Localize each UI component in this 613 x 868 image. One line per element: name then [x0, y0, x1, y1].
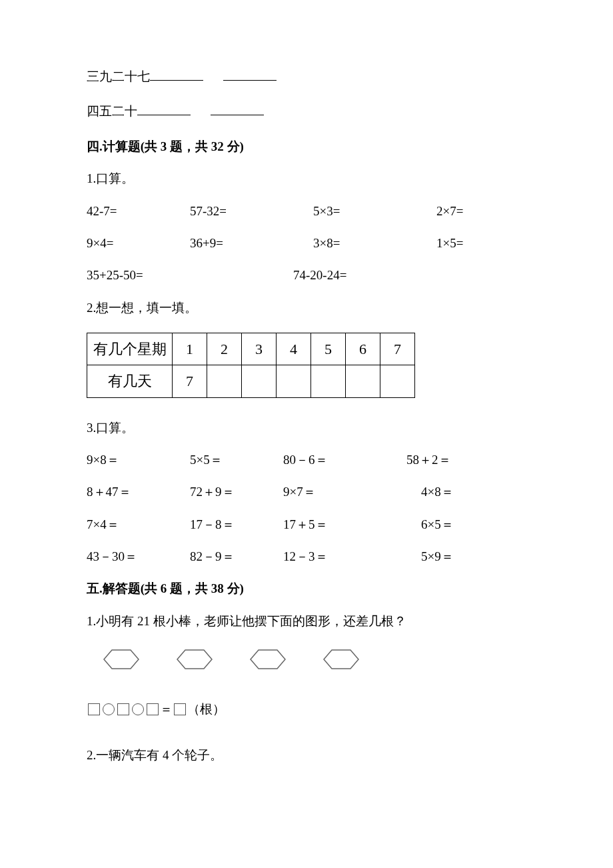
blank[interactable]: [211, 102, 264, 116]
calc-item: 1×5=: [436, 233, 463, 253]
fill-text-1: 三九二十七: [87, 69, 150, 83]
calc-item: 42-7=: [87, 201, 190, 221]
hexagon-icon: [314, 646, 368, 673]
table-row: 有几天 7: [87, 365, 415, 397]
table-cell[interactable]: [207, 365, 242, 397]
weeks-table: 有几个星期 1 2 3 4 5 6 7 有几天 7: [87, 333, 415, 397]
q4-2-title: 2.想一想，填一填。: [87, 298, 526, 318]
square-placeholder-icon[interactable]: [147, 703, 159, 715]
table-cell[interactable]: 7: [173, 365, 207, 397]
calc-item: 74-20-24=: [293, 265, 346, 285]
calc-row: 8＋47＝ 72＋9＝ 9×7＝ 4×8＝: [87, 482, 526, 502]
table-header-weeks: 有几个星期: [87, 333, 173, 365]
calc-item: 3×8=: [313, 233, 436, 253]
table-header-days: 有几天: [87, 365, 173, 397]
q5-2-title: 2.一辆汽车有 4 个轮子。: [87, 745, 526, 765]
formula-unit: （根）: [187, 702, 225, 716]
table-row: 有几个星期 1 2 3 4 5 6 7: [87, 333, 415, 365]
calc-item: 36+9=: [190, 233, 313, 253]
calc-row: 43－30＝ 82－9＝ 12－3＝ 5×9＝: [87, 547, 526, 567]
table-cell: 5: [311, 333, 346, 365]
calc-row: 35+25-50= 74-20-24=: [87, 265, 526, 285]
calc-item: 7×4＝: [87, 515, 190, 535]
calc-item: 72＋9＝: [190, 482, 283, 502]
calc-item: 58＋2＝: [406, 450, 451, 470]
table-cell[interactable]: [380, 365, 415, 397]
calc-item: 82－9＝: [190, 547, 283, 567]
table-cell: 4: [277, 333, 311, 365]
table-cell[interactable]: [277, 365, 311, 397]
calc-row: 9×4= 36+9= 3×8= 1×5=: [87, 233, 526, 253]
svg-marker-1: [177, 650, 212, 669]
square-placeholder-icon[interactable]: [88, 703, 100, 715]
circle-placeholder-icon[interactable]: [132, 703, 144, 715]
svg-marker-3: [324, 650, 358, 669]
svg-marker-0: [104, 650, 139, 669]
hexagon-icon: [168, 646, 221, 673]
calc-item: 6×5＝: [406, 515, 454, 535]
table-cell: 2: [207, 333, 242, 365]
calc-item: 17＋5＝: [283, 515, 406, 535]
svg-marker-2: [251, 650, 285, 669]
table-cell: 6: [346, 333, 380, 365]
calc-item: 9×7＝: [283, 482, 406, 502]
blank[interactable]: [137, 102, 191, 116]
section-4-header: 四.计算题(共 3 题，共 32 分): [87, 137, 526, 157]
calc-item: 9×8＝: [87, 450, 190, 470]
calc-row: 42-7= 57-32= 5×3= 2×7=: [87, 201, 526, 221]
formula-template: ＝（根）: [87, 699, 526, 719]
calc-item: 5×3=: [313, 201, 436, 221]
calc-item: 35+25-50=: [87, 265, 293, 285]
table-cell: 7: [380, 333, 415, 365]
hexagon-row: [95, 646, 526, 673]
calc-item: 43－30＝: [87, 547, 190, 567]
calc-item: 17－8＝: [190, 515, 283, 535]
table-cell: 3: [242, 333, 277, 365]
calc-row: 7×4＝ 17－8＝ 17＋5＝ 6×5＝: [87, 515, 526, 535]
calc-row: 9×8＝ 5×5＝ 80－6＝ 58＋2＝: [87, 450, 526, 470]
blank[interactable]: [223, 67, 277, 81]
hexagon-icon: [95, 646, 148, 673]
circle-placeholder-icon[interactable]: [103, 703, 115, 715]
calc-item: 4×8＝: [406, 482, 454, 502]
hexagon-icon: [241, 646, 295, 673]
calc-item: 80－6＝: [283, 450, 406, 470]
square-placeholder-icon[interactable]: [117, 703, 129, 715]
q4-3-title: 3.口算。: [87, 418, 526, 438]
calc-item: 12－3＝: [283, 547, 406, 567]
calc-item: 2×7=: [436, 201, 463, 221]
calc-item: 5×5＝: [190, 450, 283, 470]
calc-item: 57-32=: [190, 201, 313, 221]
calc-item: 5×9＝: [406, 547, 454, 567]
fill-line-2: 四五二十: [87, 101, 526, 121]
table-cell[interactable]: [242, 365, 277, 397]
q5-1-title: 1.小明有 21 根小棒，老师让他摆下面的图形，还差几根？: [87, 611, 526, 631]
q4-1-title: 1.口算。: [87, 169, 526, 189]
table-cell: 1: [173, 333, 207, 365]
fill-line-1: 三九二十七: [87, 67, 526, 87]
section-5-header: 五.解答题(共 6 题，共 38 分): [87, 579, 526, 599]
table-cell[interactable]: [346, 365, 380, 397]
square-placeholder-icon[interactable]: [174, 703, 186, 715]
blank[interactable]: [150, 67, 203, 81]
calc-item: 8＋47＝: [87, 482, 190, 502]
table-cell[interactable]: [311, 365, 346, 397]
calc-item: 9×4=: [87, 233, 190, 253]
fill-text-2: 四五二十: [87, 104, 137, 118]
